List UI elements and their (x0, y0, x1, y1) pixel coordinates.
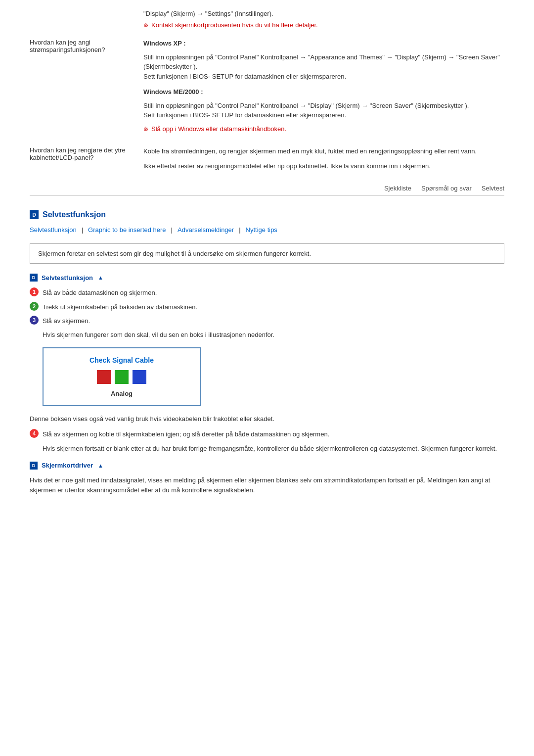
qa-answer-2-body1: Koble fra strømledningen, og rengjør skj… (143, 146, 504, 156)
signal-box: Check Signal Cable Analog (43, 347, 201, 406)
sub-nav-selvtest[interactable]: Selvtestfunksjon (30, 226, 77, 234)
sub-section-2-icon: D (30, 462, 38, 470)
note1-container: ※ Kontakt skjermkortprodusenten hvis du … (143, 21, 504, 29)
sub-nav-sep-2: | (171, 226, 173, 234)
sub-nav-nyttige[interactable]: Nyttige tips (246, 226, 277, 234)
signal-box-title: Check Signal Cable (53, 356, 190, 364)
qa-answer-1-heading2: Windows ME/2000 : (143, 87, 504, 97)
qa-question-1: Hvordan kan jeg angi strømsparingsfunksj… (30, 39, 143, 53)
step-2: 2 Trekk ut skjermkabelen på baksiden av … (30, 302, 504, 312)
driver-text: Hvis det er noe galt med inndatasignalet… (30, 475, 504, 496)
step-3: 3 Slå av skjermen. (30, 316, 504, 326)
signal-box-sub: Analog (53, 390, 190, 397)
qa-row-1: Hvordan kan jeg angi strømsparingsfunksj… (30, 39, 504, 137)
step-text-1: Slå av både datamaskinen og skjermen. (43, 287, 157, 298)
triangle-icon-2: ▲ (98, 463, 103, 469)
nav-bar: Sjekkliste Spørsmål og svar Selvtest (30, 185, 504, 195)
qa-answer-1: Windows XP : Still inn oppløsningen på "… (143, 39, 504, 137)
signal-sq-red (97, 370, 111, 384)
step-number-2: 2 (30, 302, 39, 311)
qa-answer-1-body1: Still inn oppløsningen på "Control Panel… (143, 52, 504, 82)
step-4-subtext: Hvis skjermen fortsatt er blank etter at… (43, 444, 504, 454)
sub-section-2-title: Skjermkortdriver (42, 462, 93, 469)
sub-section-2-header: D Skjermkortdriver ▲ (30, 462, 504, 470)
nav-selvtest[interactable]: Selvtest (482, 185, 504, 192)
sub-nav: Selvtestfunksjon | Graphic to be inserte… (30, 226, 504, 234)
sub-section-1-icon: D (30, 274, 38, 282)
step-1: 1 Slå av både datamaskinen og skjermen. (30, 287, 504, 298)
triangle-icon-1: ▲ (98, 275, 103, 281)
note2-link[interactable]: Slå opp i Windows eller datamaskinhåndbo… (151, 124, 286, 134)
qa-answer-1-body2: Still inn oppløsningen på "Control Panel… (143, 101, 504, 120)
step-4: 4 Slå av skjermen og koble til skjermkab… (30, 429, 504, 439)
below-box-text: Denne boksen vises også ved vanlig bruk … (30, 414, 504, 424)
qa-answer-2: Koble fra strømledningen, og rengjør skj… (143, 146, 504, 175)
sub-nav-graphic[interactable]: Graphic to be inserted here (88, 226, 166, 234)
nav-sjekkliste[interactable]: Sjekkliste (384, 185, 411, 192)
note2-symbol: ※ (143, 125, 148, 134)
note1-symbol: ※ (143, 22, 148, 29)
sub-nav-sep-1: | (82, 226, 83, 234)
signal-squares (53, 370, 190, 384)
display-line: "Display" (Skjerm) → "Settings" (Innstil… (143, 10, 504, 17)
step-number-1: 1 (30, 287, 39, 296)
qa-row-2: Hvordan kan jeg rengjøre det ytre kabine… (30, 146, 504, 175)
signal-box-wrapper: Check Signal Cable Analog (43, 347, 504, 406)
signal-sq-blue (133, 370, 146, 384)
qa-answer-1-heading1: Windows XP : (143, 39, 504, 48)
note1-link[interactable]: Kontakt skjermkortprodusenten hvis du vi… (151, 21, 318, 29)
step-number-3: 3 (30, 316, 39, 325)
step-number-4: 4 (30, 429, 39, 438)
nav-sporsmal[interactable]: Spørsmål og svar (421, 185, 472, 192)
signal-sq-green (115, 370, 129, 384)
qa-answer-2-body2: Ikke etterlat rester av rengjøringsmidde… (143, 161, 504, 171)
qa-section: Hvordan kan jeg angi strømsparingsfunksj… (30, 39, 504, 175)
step-text-4: Slå av skjermen og koble til skjermkabel… (43, 429, 329, 439)
info-box: Skjermen foretar en selvtest som gir deg… (30, 243, 504, 264)
qa-question-2: Hvordan kan jeg rengjøre det ytre kabine… (30, 146, 143, 161)
step-text-2: Trekk ut skjermkabelen på baksiden av da… (43, 302, 197, 312)
step-3-subtext: Hvis skjermen fungerer som den skal, vil… (43, 330, 504, 340)
sub-nav-sep-3: | (239, 226, 240, 234)
sub-section-1-header: D Selvtestfunksjon ▲ (30, 274, 504, 282)
step-4-wrapper: 4 Slå av skjermen og koble til skjermkab… (30, 429, 504, 439)
section-title: Selvtestfunksjon (43, 210, 106, 219)
step-text-3: Slå av skjermen. (43, 316, 90, 326)
driver-section: D Skjermkortdriver ▲ Hvis det er noe gal… (30, 462, 504, 496)
section-header: D Selvtestfunksjon (30, 210, 504, 219)
section-icon: D (30, 210, 39, 219)
sub-nav-advarsel[interactable]: Advarselsmeldinger (178, 226, 234, 234)
sub-section-1-title: Selvtestfunksjon (42, 274, 93, 282)
